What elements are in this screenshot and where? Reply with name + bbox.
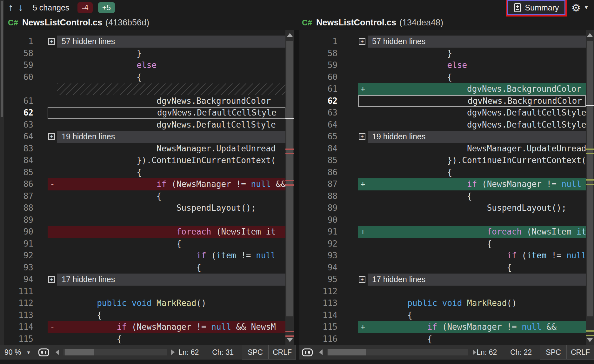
scroll-down-arrow-icon[interactable] [587, 338, 593, 342]
line-number: 58 [299, 48, 337, 60]
line-content: { [48, 262, 285, 274]
hidden-lines-bar[interactable]: 57 hidden lines [368, 36, 586, 48]
hidden-lines-bar[interactable]: 19 hidden lines [368, 131, 586, 143]
expand-hidden-lines-button[interactable]: + [48, 276, 55, 283]
hidden-lines-bar[interactable]: 17 hidden lines [368, 274, 586, 286]
line-content: else [358, 59, 586, 71]
scroll-left-arrow-icon[interactable] [319, 349, 323, 355]
deleted-code-row: 114-if (NewsManager != null && NewsM [4, 321, 285, 333]
expand-hidden-lines-button[interactable]: + [48, 133, 55, 140]
horizontal-scrollbar-thumb[interactable] [65, 349, 94, 355]
line-number: 85 [4, 167, 33, 179]
code-text: foreach (NewsItem item [358, 226, 586, 238]
gutter-spacer [33, 71, 48, 83]
expand-hidden-lines-button[interactable]: + [359, 276, 365, 283]
left-diff-editor[interactable]: 1+57 hidden lines58}59else60{61dgvNews.B… [4, 30, 285, 345]
added-code-row: 91+foreach (NewsItem item [299, 226, 586, 238]
indentation-mode-button[interactable]: SPC [242, 345, 269, 360]
line-number: 63 [299, 107, 337, 119]
next-change-button[interactable]: ↓ [18, 0, 23, 15]
right-diff-editor[interactable]: 1+57 hidden lines58}59else60{61+dgvNews.… [299, 30, 586, 345]
line-content: { [358, 238, 586, 250]
copilot-icon[interactable] [38, 348, 49, 356]
copilot-icon[interactable] [302, 348, 313, 356]
line-content: dgvNews.DefaultCellStyle [48, 119, 285, 131]
line-number: 90 [299, 214, 337, 226]
previous-change-button[interactable]: ↑ [8, 0, 13, 15]
scroll-up-arrow-icon[interactable] [587, 33, 593, 37]
code-row: 58} [299, 48, 586, 60]
line-content: -if (NewsManager != null && [48, 178, 285, 190]
code-text: { [48, 238, 285, 250]
gutter-spacer [33, 83, 48, 95]
chevron-down-icon: ▼ [26, 350, 31, 355]
code-row: 87{ [4, 190, 285, 202]
expand-hidden-lines-button[interactable]: + [48, 38, 55, 45]
left-vertical-scrollbar[interactable] [285, 30, 294, 345]
expand-hidden-lines-button[interactable]: + [359, 133, 365, 140]
code-text: else [358, 59, 586, 71]
line-content: if (item != null [358, 250, 586, 262]
horizontal-scrollbar[interactable] [63, 349, 167, 355]
code-text: SuspendLayout(); [358, 202, 586, 214]
line-content: +if (NewsManager != null && [358, 321, 586, 333]
horizontal-scrollbar-thumb[interactable] [328, 349, 366, 355]
right-vertical-scrollbar[interactable] [586, 30, 594, 345]
hidden-lines-bar[interactable]: 17 hidden lines [57, 274, 285, 286]
line-content: dgvNews.DefaultCellStyle [48, 107, 285, 119]
gutter-spacer [337, 286, 358, 298]
line-content: { [48, 309, 285, 321]
line-number: 1 [299, 36, 337, 48]
left-file-hash: (4136b56d) [105, 18, 149, 28]
gutter-spacer [337, 309, 358, 321]
csharp-file-icon: C# [8, 18, 18, 27]
line-number: 60 [4, 71, 33, 83]
line-content [48, 214, 285, 226]
indentation-mode-button[interactable]: SPC [540, 345, 567, 360]
code-text: { [48, 262, 285, 274]
diff-toolbar: ↑ ↓ 5 changes -4 +5 Summary ⚙ ▼ [4, 0, 594, 15]
code-text: else [48, 59, 285, 71]
code-row: 92{ [299, 238, 586, 250]
hidden-lines-label: 19 hidden lines [57, 132, 115, 141]
line-number: 87 [4, 190, 33, 202]
window-edge-scrollbar[interactable] [0, 0, 4, 360]
line-content: } [358, 48, 586, 60]
hidden-lines-bar[interactable]: 19 hidden lines [57, 131, 285, 143]
line-number: 1 [4, 36, 33, 48]
line-ending-button[interactable]: CRLF [269, 345, 296, 360]
scroll-left-arrow-icon[interactable] [56, 349, 59, 355]
zoom-level-select[interactable]: 90 % ▼ [4, 348, 31, 357]
gutter-spacer [33, 131, 48, 143]
line-number: 115 [299, 321, 337, 333]
hidden-lines-bar[interactable]: 57 hidden lines [57, 36, 285, 48]
scrollbar-thumb[interactable] [587, 41, 593, 316]
expand-hidden-lines-button[interactable]: + [359, 38, 365, 45]
code-text: NewsManager.UpdateUnread [358, 143, 586, 155]
line-content: { [358, 190, 586, 202]
gutter-spacer [337, 83, 358, 95]
line-content: NewsManager.UpdateUnread [358, 143, 586, 155]
horizontal-scrollbar[interactable] [327, 349, 468, 355]
code-text: foreach (NewsItem it [48, 226, 285, 238]
summary-button[interactable]: Summary [507, 0, 565, 15]
pane-divider [294, 30, 299, 345]
line-content: { [358, 262, 586, 274]
scroll-right-arrow-icon[interactable] [171, 349, 175, 355]
gutter-spacer [337, 131, 358, 143]
scroll-right-arrow-icon[interactable] [473, 349, 476, 355]
line-number: 62 [299, 95, 337, 107]
gutter-spacer [337, 167, 358, 179]
scroll-down-arrow-icon[interactable] [287, 338, 293, 342]
additions-badge: +5 [98, 2, 115, 13]
line-number: 88 [4, 202, 33, 214]
scroll-up-arrow-icon[interactable] [287, 33, 293, 37]
scrollbar-thumb[interactable] [286, 41, 293, 316]
settings-button[interactable]: ⚙ ▼ [571, 2, 589, 14]
line-ending-button[interactable]: CRLF [567, 345, 594, 360]
line-content: } [48, 48, 285, 60]
gutter-spacer [33, 238, 48, 250]
left-status-bar: 90 % ▼ Ln: 62 Ch: 31 SPC CRLF [0, 345, 296, 360]
line-number: 62 [4, 107, 33, 119]
edge-scrollbar-thumb[interactable] [1, 1, 3, 117]
